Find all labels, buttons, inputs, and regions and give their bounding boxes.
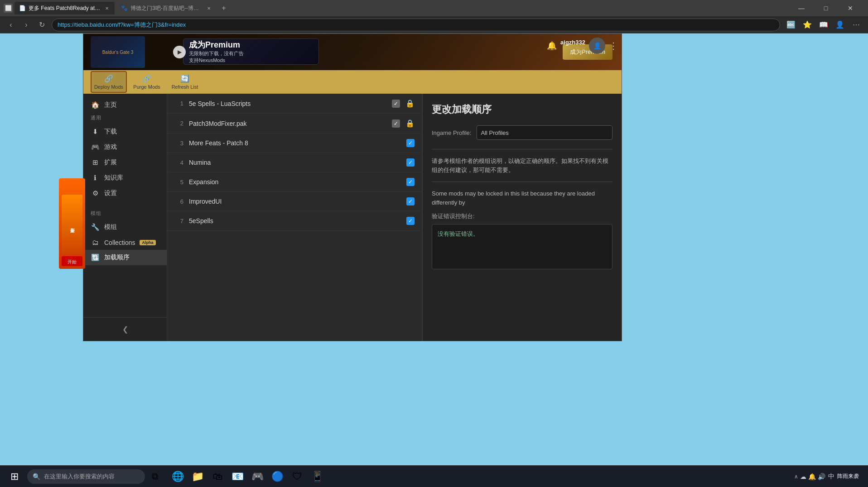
sidebar-section-general: 🏠 主页 通用 ⬇ 下载 🎮 游戏 ⊞ 扩展 ℹ 知识库 [83, 94, 167, 205]
start-button[interactable]: ⊞ [4, 468, 25, 485]
ad-cta[interactable]: 开始 [62, 256, 82, 266]
taskbar-app-explorer[interactable]: 📁 [188, 468, 207, 486]
mod-row-1[interactable]: 1 5e Spells - LuaScripts ✓ 🔒 [167, 94, 422, 114]
window-controls: — □ ✕ [791, 2, 864, 14]
tab-bar: ⬜ 📄 更多 Feats Patch8Ready at Bald... ✕ 🐾 … [0, 0, 868, 16]
translate-icon[interactable]: 🔤 [785, 19, 797, 31]
sidebar-item-knowledge[interactable]: ℹ 知识库 [83, 170, 167, 186]
browser-window-icon: ⬜ [4, 4, 13, 13]
user-info: aigzh332 登出 [560, 39, 585, 53]
task-icon-3[interactable]: 🔊 [818, 473, 825, 480]
address-bar: ‹ › ↻ https://tieba.baidu.com/f?kw=博德之门3… [0, 16, 868, 33]
back-button[interactable]: ‹ [5, 19, 16, 30]
mod-name-4: Numina [189, 159, 401, 166]
sidebar-item-home[interactable]: 🏠 主页 [83, 97, 167, 113]
profile-label: Ingame Profile: [432, 129, 471, 136]
mod-checkbox-6[interactable]: ✓ [406, 197, 415, 205]
taskbar-app-mobile[interactable]: 📱 [308, 468, 326, 486]
notification-bell-icon[interactable]: 🔔 [547, 41, 557, 51]
tab-inactive[interactable]: 🐾 博德之门3吧-百度贴吧--博德之... ✕ [116, 2, 217, 14]
new-tab-button[interactable]: + [218, 3, 229, 14]
mod-checkbox-4[interactable]: ✓ [406, 158, 415, 167]
user-avatar: 👤 [589, 38, 605, 54]
taskbar-app-store[interactable]: 🛍 [208, 468, 227, 486]
task-icon-2[interactable]: 🔔 [808, 473, 816, 480]
logout-link[interactable]: 登出 [575, 46, 585, 53]
info-text-1: 请参考模组作者的模组说明，以确定正确的顺序。如果找不到有关模组的任何建议，那可能… [432, 157, 612, 174]
taskbar-app-game1[interactable]: 🎮 [248, 468, 266, 486]
sidebar-item-mods[interactable]: 🔧 模组 [83, 220, 167, 235]
username: aigzh332 [560, 39, 585, 46]
taskbar-clock[interactable]: 阵雨来袭 [837, 473, 859, 480]
account-icon[interactable]: 👤 [834, 19, 846, 31]
validation-label: 验证错误控制台: [432, 212, 612, 220]
chevron-icon[interactable]: ∧ [794, 473, 798, 480]
mod-row-4[interactable]: 4 Numina ✓ [167, 153, 422, 172]
play-button[interactable]: ▶ [173, 46, 186, 58]
taskbar: ⊞ 🔍 在这里输入你要搜索的内容 ⧉ 🌐 📁 🛍 📧 🎮 🔵 🛡 📱 ∧ ☁ 🔔… [0, 465, 868, 487]
deploy-mods-button[interactable]: 🔗 Deploy Mods [91, 71, 127, 93]
header-user-area: 🔔 aigzh332 登出 👤 ⋮ [547, 38, 618, 54]
mod-row-3[interactable]: 3 More Feats - Patch 8 ✓ [167, 134, 422, 153]
right-panel: 更改加载顺序 Ingame Profile: All Profiles 请参考模… [422, 94, 622, 341]
extension-icon: ⊞ [91, 158, 100, 167]
ad-banner[interactable]: 全新 开始 [59, 178, 85, 269]
taskbar-view-icon[interactable]: ⧉ [147, 468, 163, 485]
tab-close-2[interactable]: ✕ [206, 5, 212, 11]
premium-subtitle2: 支持NexusMods [189, 57, 313, 64]
mod-checkbox-2[interactable]: ✓ [392, 119, 400, 128]
sidebar-collapse-button[interactable]: ❮ [83, 321, 167, 337]
deploy-label: Deploy Mods [94, 84, 123, 90]
app-menu-button[interactable]: ⋮ [609, 40, 618, 51]
mod-num-4: 4 [174, 159, 183, 166]
taskbar-app-mail[interactable]: 📧 [228, 468, 246, 486]
mod-num-7: 7 [174, 218, 183, 224]
tab-close-1[interactable]: ✕ [104, 5, 110, 11]
favorites-icon[interactable]: ⭐ [801, 19, 814, 31]
close-button[interactable]: ✕ [840, 2, 861, 14]
forward-button[interactable]: › [21, 19, 32, 30]
taskbar-app-shield[interactable]: 🛡 [288, 468, 306, 486]
sidebar-item-extension[interactable]: ⊞ 扩展 [83, 155, 167, 170]
url-text: https://tieba.baidu.com/f?kw=博德之门3&fr=in… [58, 21, 186, 29]
mods-icon: 🔧 [91, 223, 100, 231]
profile-select[interactable]: All Profiles [477, 125, 612, 140]
reload-button[interactable]: ↻ [36, 19, 47, 30]
mod-checkbox-3[interactable]: ✓ [406, 139, 415, 147]
game-icon: 🎮 [91, 143, 100, 151]
tab-label-1: 更多 Feats Patch8Ready at Bald... [29, 5, 101, 12]
sidebar-item-load-order[interactable]: 🔃 加载顺序 [83, 250, 167, 265]
mod-name-1: 5e Spells - LuaScripts [189, 100, 386, 107]
sidebar-label-mods: 模组 [104, 223, 117, 231]
task-icon-1[interactable]: ☁ [800, 473, 806, 480]
mod-name-7: 5eSpells [189, 217, 401, 224]
settings-dots-icon[interactable]: ⋯ [850, 19, 863, 31]
settings-icon: ⚙ [91, 189, 100, 197]
taskbar-app-nexus[interactable]: 🔵 [268, 468, 286, 486]
sidebar-item-collections[interactable]: 🗂 Collections Alpha [83, 235, 167, 250]
profile-dropdown-container: All Profiles [477, 125, 612, 140]
taskbar-search[interactable]: 🔍 在这里输入你要搜索的内容 [27, 469, 145, 484]
sidebar-item-download[interactable]: ⬇ 下载 [83, 124, 167, 139]
taskbar-app-browser[interactable]: 🌐 [169, 468, 187, 486]
maximize-button[interactable]: □ [815, 2, 836, 14]
url-input[interactable]: https://tieba.baidu.com/f?kw=博德之门3&fr=in… [52, 19, 780, 31]
mod-row-5[interactable]: 5 Expansion ✓ [167, 172, 422, 192]
mod-row-2[interactable]: 2 Patch3ModFixer.pak ✓ 🔒 [167, 114, 422, 134]
mod-row-7[interactable]: 7 5eSpells ✓ [167, 211, 422, 231]
sidebar-label-home: 主页 [104, 101, 117, 109]
purge-mods-button[interactable]: 🔗 Purge Mods [129, 71, 165, 93]
tab-active[interactable]: 📄 更多 Feats Patch8Ready at Bald... ✕ [14, 2, 115, 14]
profile-section: Ingame Profile: All Profiles [432, 125, 612, 140]
mod-checkbox-5[interactable]: ✓ [406, 178, 415, 186]
collections-icon[interactable]: 📖 [817, 19, 830, 31]
refresh-list-button[interactable]: 🔄 Refresh List [167, 71, 203, 93]
ime-language[interactable]: 中 [828, 473, 834, 481]
sidebar-item-game[interactable]: 🎮 游戏 [83, 139, 167, 155]
minimize-button[interactable]: — [791, 2, 812, 14]
sidebar-item-settings[interactable]: ⚙ 设置 [83, 186, 167, 201]
mod-checkbox-7[interactable]: ✓ [406, 217, 415, 225]
mod-checkbox-1[interactable]: ✓ [392, 100, 400, 108]
sidebar-label-knowledge: 知识库 [104, 174, 123, 182]
mod-row-6[interactable]: 6 ImprovedUI ✓ [167, 192, 422, 211]
